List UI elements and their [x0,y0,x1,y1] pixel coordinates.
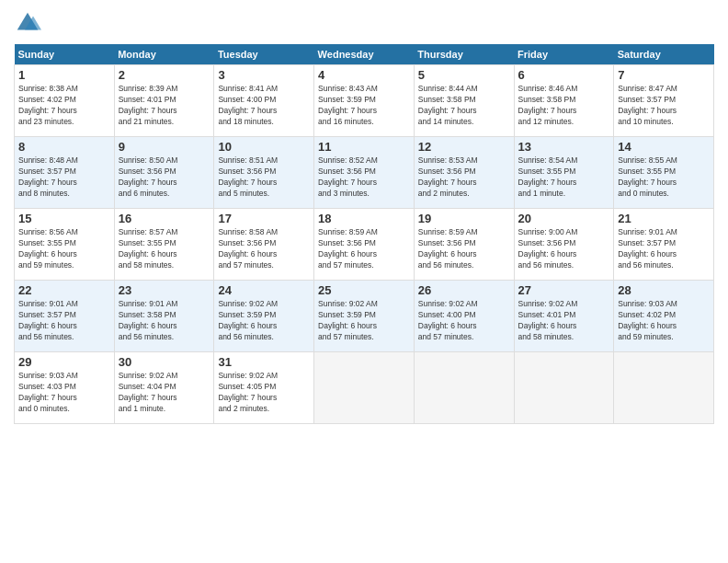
day-cell: 20Sunrise: 9:00 AM Sunset: 3:56 PM Dayli… [514,209,614,281]
day-number: 27 [518,283,610,297]
day-info: Sunrise: 9:02 AM Sunset: 3:59 PM Dayligh… [218,299,310,343]
day-number: 5 [418,68,510,82]
day-number: 29 [18,355,110,369]
day-cell: 10Sunrise: 8:51 AM Sunset: 3:56 PM Dayli… [214,137,314,209]
day-info: Sunrise: 8:43 AM Sunset: 3:59 PM Dayligh… [318,84,410,128]
day-info: Sunrise: 8:57 AM Sunset: 3:55 PM Dayligh… [119,227,210,271]
day-cell: 8Sunrise: 8:48 AM Sunset: 3:57 PM Daylig… [15,137,115,209]
day-info: Sunrise: 9:01 AM Sunset: 3:57 PM Dayligh… [618,227,710,271]
day-number: 1 [18,68,110,82]
day-cell: 22Sunrise: 9:01 AM Sunset: 3:57 PM Dayli… [15,281,115,352]
day-info: Sunrise: 8:51 AM Sunset: 3:56 PM Dayligh… [218,155,310,200]
header [14,9,714,37]
day-info: Sunrise: 9:01 AM Sunset: 3:57 PM Dayligh… [18,299,110,343]
day-number: 23 [119,283,210,297]
day-cell: 30Sunrise: 9:02 AM Sunset: 4:04 PM Dayli… [114,352,214,424]
day-info: Sunrise: 9:02 AM Sunset: 4:00 PM Dayligh… [418,299,510,343]
logo-icon [14,9,41,37]
logo [14,9,45,37]
day-cell: 23Sunrise: 9:01 AM Sunset: 3:58 PM Dayli… [114,281,214,352]
day-cell: 12Sunrise: 8:53 AM Sunset: 3:56 PM Dayli… [414,137,514,209]
day-cell: 3Sunrise: 8:41 AM Sunset: 4:00 PM Daylig… [214,65,314,137]
day-info: Sunrise: 8:44 AM Sunset: 3:58 PM Dayligh… [418,84,510,128]
col-header-friday: Friday [514,44,614,65]
day-number: 13 [518,140,610,154]
day-info: Sunrise: 8:46 AM Sunset: 3:58 PM Dayligh… [518,84,610,128]
day-info: Sunrise: 8:55 AM Sunset: 3:55 PM Dayligh… [618,155,710,200]
day-cell: 15Sunrise: 8:56 AM Sunset: 3:55 PM Dayli… [15,209,115,281]
day-cell: 5Sunrise: 8:44 AM Sunset: 3:58 PM Daylig… [414,65,514,137]
col-header-sunday: Sunday [15,44,115,65]
week-row-3: 15Sunrise: 8:56 AM Sunset: 3:55 PM Dayli… [15,209,714,281]
day-info: Sunrise: 9:02 AM Sunset: 4:01 PM Dayligh… [518,299,610,343]
day-number: 2 [119,68,210,82]
day-cell: 26Sunrise: 9:02 AM Sunset: 4:00 PM Dayli… [414,281,514,352]
day-number: 20 [518,212,610,225]
day-cell: 16Sunrise: 8:57 AM Sunset: 3:55 PM Dayli… [114,209,214,281]
day-info: Sunrise: 8:56 AM Sunset: 3:55 PM Dayligh… [18,227,110,271]
calendar-table: SundayMondayTuesdayWednesdayThursdayFrid… [14,44,714,424]
day-info: Sunrise: 9:03 AM Sunset: 4:02 PM Dayligh… [618,299,710,343]
day-info: Sunrise: 8:48 AM Sunset: 3:57 PM Dayligh… [18,155,110,200]
day-number: 24 [218,283,310,297]
day-info: Sunrise: 8:54 AM Sunset: 3:55 PM Dayligh… [518,155,610,200]
day-info: Sunrise: 8:50 AM Sunset: 3:56 PM Dayligh… [119,155,210,200]
day-info: Sunrise: 8:59 AM Sunset: 3:56 PM Dayligh… [318,227,410,271]
day-info: Sunrise: 9:01 AM Sunset: 3:58 PM Dayligh… [119,299,210,343]
col-header-thursday: Thursday [414,44,514,65]
day-number: 15 [18,212,110,225]
day-number: 28 [618,283,710,297]
day-info: Sunrise: 8:39 AM Sunset: 4:01 PM Dayligh… [119,84,210,128]
day-cell [314,352,415,424]
day-number: 31 [218,355,310,369]
day-number: 18 [318,212,410,225]
day-cell [614,352,714,424]
col-header-tuesday: Tuesday [214,44,314,65]
day-number: 10 [218,140,310,154]
day-number: 11 [318,140,410,154]
day-info: Sunrise: 9:00 AM Sunset: 3:56 PM Dayligh… [518,227,610,271]
day-info: Sunrise: 8:59 AM Sunset: 3:56 PM Dayligh… [418,227,510,271]
day-cell: 14Sunrise: 8:55 AM Sunset: 3:55 PM Dayli… [614,137,714,209]
day-cell: 29Sunrise: 9:03 AM Sunset: 4:03 PM Dayli… [15,352,115,424]
day-info: Sunrise: 8:58 AM Sunset: 3:56 PM Dayligh… [218,227,310,271]
day-number: 4 [318,68,410,82]
col-header-saturday: Saturday [614,44,714,65]
day-info: Sunrise: 8:38 AM Sunset: 4:02 PM Dayligh… [18,84,110,128]
day-cell [514,352,614,424]
day-cell: 31Sunrise: 9:02 AM Sunset: 4:05 PM Dayli… [214,352,314,424]
day-cell: 2Sunrise: 8:39 AM Sunset: 4:01 PM Daylig… [114,65,214,137]
page-container: SundayMondayTuesdayWednesdayThursdayFrid… [0,0,728,433]
day-number: 8 [18,140,110,154]
day-number: 26 [418,283,510,297]
week-row-5: 29Sunrise: 9:03 AM Sunset: 4:03 PM Dayli… [15,352,714,424]
day-cell: 21Sunrise: 9:01 AM Sunset: 3:57 PM Dayli… [614,209,714,281]
day-number: 25 [318,283,410,297]
day-number: 16 [119,212,210,225]
day-number: 17 [218,212,310,225]
day-cell: 28Sunrise: 9:03 AM Sunset: 4:02 PM Dayli… [614,281,714,352]
day-number: 21 [618,212,710,225]
day-info: Sunrise: 9:02 AM Sunset: 4:05 PM Dayligh… [218,371,310,415]
day-number: 7 [618,68,710,82]
day-cell: 9Sunrise: 8:50 AM Sunset: 3:56 PM Daylig… [114,137,214,209]
day-number: 9 [119,140,210,154]
day-cell [414,352,514,424]
week-row-2: 8Sunrise: 8:48 AM Sunset: 3:57 PM Daylig… [15,137,714,209]
day-info: Sunrise: 9:02 AM Sunset: 3:59 PM Dayligh… [318,299,410,343]
day-cell: 11Sunrise: 8:52 AM Sunset: 3:56 PM Dayli… [314,137,415,209]
day-number: 19 [418,212,510,225]
day-cell: 17Sunrise: 8:58 AM Sunset: 3:56 PM Dayli… [214,209,314,281]
day-cell: 1Sunrise: 8:38 AM Sunset: 4:02 PM Daylig… [15,65,115,137]
day-info: Sunrise: 8:52 AM Sunset: 3:56 PM Dayligh… [318,155,410,200]
day-number: 6 [518,68,610,82]
day-cell: 19Sunrise: 8:59 AM Sunset: 3:56 PM Dayli… [414,209,514,281]
day-cell: 25Sunrise: 9:02 AM Sunset: 3:59 PM Dayli… [314,281,415,352]
day-cell: 7Sunrise: 8:47 AM Sunset: 3:57 PM Daylig… [614,65,714,137]
day-cell: 4Sunrise: 8:43 AM Sunset: 3:59 PM Daylig… [314,65,415,137]
day-cell: 13Sunrise: 8:54 AM Sunset: 3:55 PM Dayli… [514,137,614,209]
day-info: Sunrise: 9:03 AM Sunset: 4:03 PM Dayligh… [18,371,110,415]
col-header-wednesday: Wednesday [314,44,415,65]
day-info: Sunrise: 9:02 AM Sunset: 4:04 PM Dayligh… [119,371,210,415]
day-number: 30 [119,355,210,369]
